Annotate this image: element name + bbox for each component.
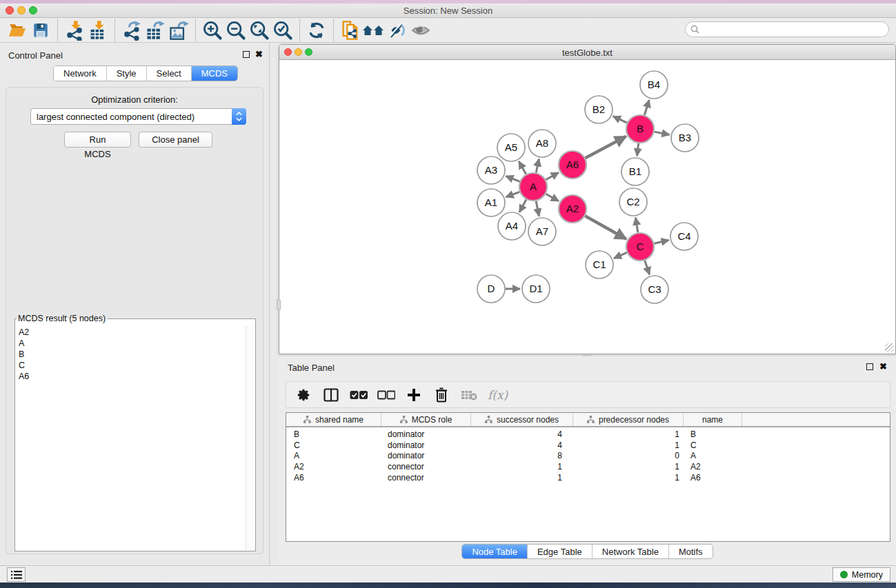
graph-node-A4[interactable]: A4 bbox=[498, 212, 526, 240]
graph-node-B2[interactable]: B2 bbox=[585, 96, 613, 123]
column-header-successor-nodes[interactable]: successor nodes bbox=[471, 413, 573, 426]
deselect-all-rows-icon[interactable] bbox=[377, 386, 395, 404]
tab-motifs[interactable]: Motifs bbox=[669, 545, 713, 558]
table-cell[interactable]: 8 bbox=[471, 451, 573, 460]
graph-node-D1[interactable]: D1 bbox=[522, 275, 550, 303]
graph-node-C1[interactable]: C1 bbox=[586, 251, 613, 278]
mcds-result-item[interactable]: A6 bbox=[19, 371, 243, 382]
graph-edge-C-C3[interactable] bbox=[645, 261, 650, 274]
export-table-icon[interactable] bbox=[143, 20, 167, 41]
graph-node-B4[interactable]: B4 bbox=[640, 71, 668, 99]
graph-edge-A-A8[interactable] bbox=[536, 159, 539, 173]
vertical-splitter-handle[interactable] bbox=[277, 299, 281, 310]
tab-network[interactable]: Network bbox=[54, 66, 107, 81]
table-cell[interactable]: B bbox=[286, 429, 381, 439]
graph-edge-A2-C[interactable] bbox=[585, 216, 626, 239]
import-network-icon[interactable] bbox=[63, 20, 86, 41]
select-all-rows-icon[interactable] bbox=[350, 386, 368, 404]
tab-node-table[interactable]: Node Table bbox=[462, 545, 528, 558]
add-column-icon[interactable] bbox=[405, 386, 423, 404]
table-cell[interactable]: dominator bbox=[381, 429, 471, 439]
table-cell[interactable]: A2 bbox=[684, 462, 742, 472]
zoom-in-icon[interactable] bbox=[201, 20, 224, 41]
graph-edge-A-A5[interactable] bbox=[519, 161, 526, 174]
table-cell[interactable]: 1 bbox=[573, 473, 684, 483]
graph-node-A2[interactable]: A2 bbox=[559, 195, 586, 223]
tab-edge-table[interactable]: Edge Table bbox=[528, 545, 593, 558]
network-window-titlebar[interactable]: testGlobe.txt bbox=[279, 45, 895, 60]
graph-edge-C-C2[interactable] bbox=[635, 218, 637, 233]
graph-edge-C-C1[interactable] bbox=[614, 252, 627, 258]
table-cell[interactable]: 1 bbox=[471, 473, 573, 483]
graph-node-B3[interactable]: B3 bbox=[671, 124, 699, 152]
column-header-name[interactable]: name bbox=[684, 413, 742, 426]
graph-edge-A-A4[interactable] bbox=[519, 199, 526, 212]
table-cell[interactable]: A2 bbox=[286, 462, 381, 472]
table-cell[interactable]: A6 bbox=[684, 473, 742, 483]
tab-network-table[interactable]: Network Table bbox=[593, 545, 669, 558]
mcds-result-item[interactable]: A bbox=[19, 338, 243, 349]
column-header-predecessor-nodes[interactable]: predecessor nodes bbox=[573, 413, 684, 426]
graph-node-C3[interactable]: C3 bbox=[641, 276, 668, 303]
tab-mcds[interactable]: MCDS bbox=[192, 66, 237, 81]
clone-network-icon[interactable] bbox=[339, 20, 362, 41]
network-overview-icon[interactable] bbox=[362, 20, 386, 41]
export-network-icon[interactable] bbox=[120, 20, 143, 41]
import-table-icon[interactable] bbox=[86, 20, 110, 41]
mcds-result-item[interactable]: B bbox=[19, 349, 243, 360]
mcds-result-item[interactable]: C bbox=[19, 360, 243, 371]
export-image-icon[interactable] bbox=[167, 20, 190, 41]
graph-edge-B-B1[interactable] bbox=[637, 143, 639, 156]
float-table-panel-icon[interactable] bbox=[866, 363, 873, 370]
table-cell[interactable]: 1 bbox=[471, 462, 573, 472]
table-cell[interactable]: A6 bbox=[286, 473, 381, 483]
graph-edge-B-B3[interactable] bbox=[655, 132, 670, 134]
table-cell[interactable]: dominator bbox=[381, 440, 471, 450]
mcds-result-scrollbar[interactable] bbox=[246, 325, 255, 550]
delete-table-icon[interactable] bbox=[460, 386, 478, 404]
table-row[interactable]: Cdominator41C bbox=[286, 440, 890, 451]
graph-edge-A-A1[interactable] bbox=[506, 192, 520, 196]
hide-graphics-details-icon[interactable] bbox=[386, 20, 409, 41]
zoom-out-icon[interactable] bbox=[224, 20, 248, 41]
graph-edge-A-A2[interactable] bbox=[546, 194, 559, 201]
save-session-icon[interactable] bbox=[29, 20, 52, 41]
table-cell[interactable]: 4 bbox=[471, 440, 573, 450]
graph-node-A3[interactable]: A3 bbox=[477, 156, 505, 184]
tab-style[interactable]: Style bbox=[107, 66, 147, 81]
table-row[interactable]: A2connector11A2 bbox=[286, 461, 890, 472]
graph-node-B[interactable]: B bbox=[626, 115, 654, 143]
table-cell[interactable]: 1 bbox=[573, 440, 684, 450]
mcds-result-item[interactable]: A2 bbox=[19, 327, 243, 338]
table-cell[interactable]: 1 bbox=[573, 462, 684, 472]
close-panel-icon[interactable]: ✖ bbox=[255, 50, 263, 59]
network-canvas[interactable]: AA1A2A3A4A5A6A7A8BB1B2B3B4CC1C2C3C4DD1 bbox=[279, 61, 895, 354]
zoom-fit-icon[interactable] bbox=[248, 20, 271, 41]
graph-node-A5[interactable]: A5 bbox=[497, 134, 525, 161]
graph-edge-C-C4[interactable] bbox=[654, 240, 668, 243]
table-row[interactable]: Adominator80A bbox=[286, 450, 890, 461]
open-session-icon[interactable] bbox=[6, 20, 29, 41]
memory-button[interactable]: Memory bbox=[833, 567, 890, 582]
graph-node-A1[interactable]: A1 bbox=[477, 189, 505, 216]
function-builder-icon[interactable]: f(x) bbox=[488, 388, 508, 402]
table-row[interactable]: Bdominator41B bbox=[286, 429, 890, 440]
graph-edge-A6-B[interactable] bbox=[586, 136, 626, 158]
table-cell[interactable]: connector bbox=[381, 473, 471, 483]
table-cell[interactable]: A bbox=[684, 451, 742, 460]
table-cell[interactable]: C bbox=[684, 440, 742, 450]
graph-node-A7[interactable]: A7 bbox=[528, 218, 556, 245]
graph-node-C[interactable]: C bbox=[626, 233, 654, 261]
node-table-body[interactable]: Bdominator41BCdominator41CAdominator80AA… bbox=[286, 429, 890, 541]
network-graph[interactable]: AA1A2A3A4A5A6A7A8BB1B2B3B4CC1C2C3C4DD1 bbox=[279, 61, 895, 354]
table-cell[interactable]: 1 bbox=[573, 429, 684, 439]
search-input[interactable] bbox=[685, 21, 889, 37]
tab-select[interactable]: Select bbox=[147, 66, 192, 81]
table-cell[interactable]: connector bbox=[381, 462, 471, 472]
table-cell[interactable]: dominator bbox=[381, 451, 471, 460]
column-header-shared-name[interactable]: shared name bbox=[286, 413, 381, 426]
table-cell[interactable]: 4 bbox=[471, 429, 573, 439]
refresh-view-icon[interactable] bbox=[305, 20, 328, 41]
mcds-result-list[interactable]: A2ABCA6 bbox=[16, 325, 246, 550]
table-cell[interactable]: A bbox=[286, 451, 381, 460]
